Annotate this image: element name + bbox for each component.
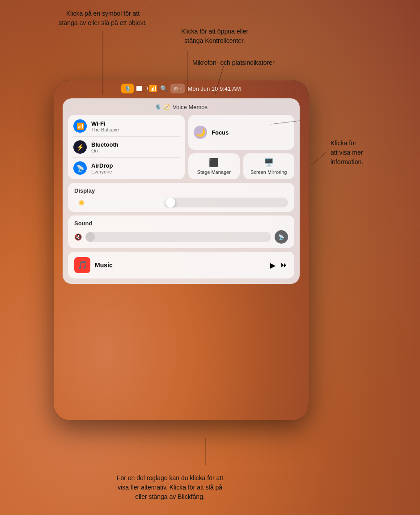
ipad-screen: 🎙️ 📶 🔍 ⊞ ↑ Mon Jun 10 9:41 AM (54, 80, 309, 420)
vm-location-icon: 🧭 (163, 104, 170, 110)
voice-memos-bar: 🎙️ 🧭 Voice Memos (68, 104, 294, 110)
mic-icon[interactable]: 🎙️ (121, 84, 134, 93)
mute-icon: 🔇 (74, 233, 82, 241)
sound-slider-track[interactable] (85, 232, 271, 242)
control-center-button[interactable]: ⊞ ↑ (170, 84, 185, 93)
battery-icon (136, 86, 146, 91)
music-section: 🎵 Music ▶ ⏭ (68, 252, 294, 279)
music-label: Music (95, 262, 266, 269)
music-note-icon: 🎵 (77, 260, 87, 270)
screen-mirroring-label: Screen Mirroring (250, 169, 287, 175)
airdrop-tile-text: AirDrop Everyone (91, 162, 113, 174)
screen-mirroring-tile[interactable]: 🖥️ Screen Mirroring (243, 153, 295, 179)
cc-main-row: 📶 Wi-Fi The Batcave ⚡ (68, 115, 294, 179)
music-app-icon: 🎵 (74, 257, 90, 273)
bluetooth-title: Bluetooth (91, 141, 119, 148)
sound-slider-fill (85, 232, 95, 242)
brightness-icon: ☀️ (78, 199, 85, 206)
airplay-button[interactable]: 📡 (275, 230, 288, 244)
divider2 (72, 157, 180, 158)
stage-mirror-row: ⬛ Stage Manager 🖥️ Screen Mirroring (188, 153, 294, 179)
annotation-mic: Mikrofon- och platsindikatorer (192, 58, 282, 68)
annotation-bottom: För en del reglage kan du klicka för att… (89, 473, 250, 502)
stage-manager-label: Stage Manager (197, 169, 231, 175)
airdrop-subtitle: Everyone (91, 169, 113, 174)
bluetooth-subtitle: On (91, 148, 119, 153)
cc-right-col: 🌙 Focus ⬛ Stage Manager 🖥️ Screen Mirror… (188, 115, 294, 179)
wifi-icon: 📶 (149, 84, 157, 93)
ipad-frame: 🎙️ 📶 🔍 ⊞ ↑ Mon Jun 10 9:41 AM (54, 80, 309, 420)
fast-forward-button[interactable]: ⏭ (281, 261, 288, 269)
stage-manager-icon: ⬛ (209, 158, 219, 168)
wifi-tile[interactable]: 📶 Wi-Fi The Batcave (73, 119, 179, 133)
menu-bar-time: Mon Jun 10 9:41 AM (187, 85, 241, 92)
wifi-tile-text: Wi-Fi The Batcave (91, 120, 119, 132)
display-slider-track[interactable]: ☀️ (74, 198, 288, 207)
search-icon[interactable]: 🔍 (160, 85, 168, 92)
focus-tile[interactable]: 🌙 Focus (188, 115, 294, 150)
airplay-icon: 📡 (278, 234, 284, 240)
stage-manager-tile[interactable]: ⬛ Stage Manager (188, 153, 240, 179)
airdrop-tile-icon: 📡 (73, 161, 87, 175)
display-slider-thumb[interactable] (165, 198, 175, 207)
wifi-title: Wi-Fi (91, 120, 119, 127)
focus-label: Focus (212, 129, 229, 136)
sound-label: Sound (74, 220, 288, 227)
play-button[interactable]: ▶ (270, 261, 276, 270)
bluetooth-tile-icon: ⚡ (73, 140, 87, 154)
bluetooth-tile[interactable]: ⚡ Bluetooth On (73, 140, 179, 154)
sound-section: Sound 🔇 📡 (68, 215, 294, 248)
display-slider-fill (74, 198, 170, 207)
divider1 (72, 136, 180, 137)
display-section: Display ☀️ (68, 183, 294, 212)
annotation-control-center: Klicka för att öppna ellerstänga Kontrol… (170, 27, 259, 46)
music-controls: ▶ ⏭ (270, 261, 288, 270)
wifi-tile-icon: 📶 (73, 119, 87, 133)
network-tile-group: 📶 Wi-Fi The Batcave ⚡ (68, 115, 185, 179)
annotation-more-info: Klicka föratt visa merinformation. (331, 139, 411, 167)
bluetooth-tile-text: Bluetooth On (91, 141, 119, 153)
annotation-toggle: Klicka på en symbol för att stänga av el… (58, 9, 148, 28)
airdrop-tile[interactable]: 📡 AirDrop Everyone (73, 161, 179, 175)
display-label: Display (74, 187, 288, 194)
menu-bar: 🎙️ 📶 🔍 ⊞ ↑ Mon Jun 10 9:41 AM (54, 80, 309, 97)
vm-mic-icon: 🎙️ (155, 104, 161, 110)
sound-slider-row: 🔇 📡 (74, 230, 288, 244)
voice-memos-label: Voice Memos (173, 104, 208, 110)
wifi-subtitle: The Batcave (91, 127, 119, 132)
control-center-panel: 🎙️ 🧭 Voice Memos 📶 Wi-Fi (63, 98, 300, 284)
airdrop-title: AirDrop (91, 162, 113, 169)
focus-icon: 🌙 (194, 126, 207, 139)
screen-mirroring-icon: 🖥️ (264, 158, 274, 168)
